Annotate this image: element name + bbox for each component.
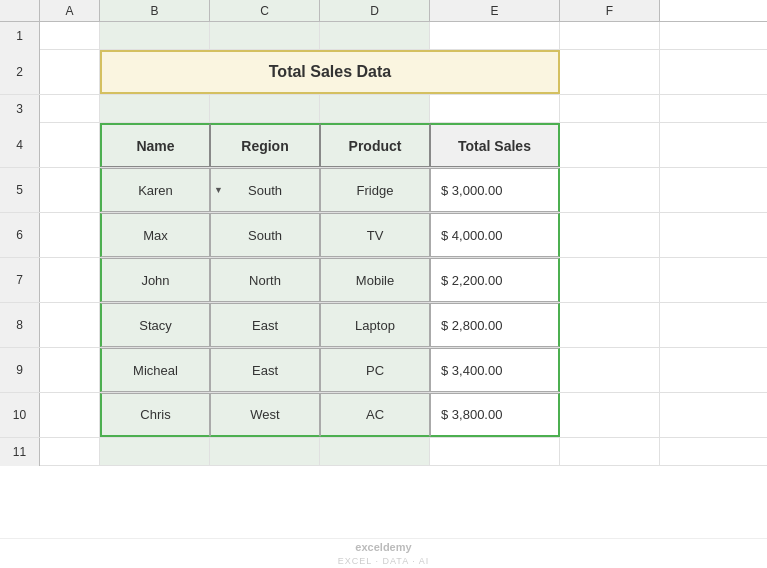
cell-f3[interactable] <box>560 95 660 122</box>
cell-a7[interactable] <box>40 258 100 302</box>
spreadsheet: A B C D E F 1 2 Total Sales Data 3 <box>0 0 767 568</box>
watermark-text: exceldemy EXCEL · DATA · AI <box>338 540 429 568</box>
col-header-e: E <box>430 0 560 21</box>
row-num-10: 10 <box>0 393 40 437</box>
row-num-9: 9 <box>0 348 40 392</box>
cell-f9[interactable] <box>560 348 660 392</box>
cell-name-9[interactable]: Micheal <box>100 348 210 392</box>
cell-name-8[interactable]: Stacy <box>100 303 210 347</box>
cell-region-5[interactable]: ▼ South <box>210 168 320 212</box>
cell-a4[interactable] <box>40 123 100 167</box>
cell-e3[interactable] <box>430 95 560 122</box>
cell-f8[interactable] <box>560 303 660 347</box>
cell-product-10[interactable]: AC <box>320 393 430 437</box>
row-6: 6 Max South TV $ 4,000.00 <box>0 213 767 258</box>
cell-a1[interactable] <box>40 22 100 49</box>
cell-b1[interactable] <box>100 22 210 49</box>
cell-region-9[interactable]: East <box>210 348 320 392</box>
cell-a9[interactable] <box>40 348 100 392</box>
row-num-3: 3 <box>0 95 40 123</box>
cell-product-8[interactable]: Laptop <box>320 303 430 347</box>
header-product[interactable]: Product <box>320 123 430 167</box>
cell-region-10[interactable]: West <box>210 393 320 437</box>
row-num-4: 4 <box>0 123 40 167</box>
cell-b3[interactable] <box>100 95 210 122</box>
row-9: 9 Micheal East PC $ 3,400.00 <box>0 348 767 393</box>
cell-product-9[interactable]: PC <box>320 348 430 392</box>
cell-sales-7[interactable]: $ 2,200.00 <box>430 258 560 302</box>
cell-name-10[interactable]: Chris <box>100 393 210 437</box>
cell-d1[interactable] <box>320 22 430 49</box>
cell-f11[interactable] <box>560 438 660 465</box>
cell-a2[interactable] <box>40 50 100 94</box>
cell-f7[interactable] <box>560 258 660 302</box>
cell-f2[interactable] <box>560 50 660 94</box>
cell-c3[interactable] <box>210 95 320 122</box>
cell-name-6[interactable]: Max <box>100 213 210 257</box>
dropdown-arrow-icon[interactable]: ▼ <box>214 185 223 195</box>
row-num-6: 6 <box>0 213 40 257</box>
grid: 1 2 Total Sales Data 3 4 <box>0 22 767 538</box>
cell-a3[interactable] <box>40 95 100 122</box>
row-num-7: 7 <box>0 258 40 302</box>
cell-d11[interactable] <box>320 438 430 465</box>
row-num-2: 2 <box>0 50 40 94</box>
watermark-tagline: EXCEL · DATA · AI <box>338 556 429 566</box>
cell-c1[interactable] <box>210 22 320 49</box>
row-5: 5 Karen ▼ South Fridge $ 3,000.00 <box>0 168 767 213</box>
column-headers: A B C D E F <box>0 0 767 22</box>
cell-sales-6[interactable]: $ 4,000.00 <box>430 213 560 257</box>
cell-a6[interactable] <box>40 213 100 257</box>
cell-sales-8[interactable]: $ 2,800.00 <box>430 303 560 347</box>
cell-d3[interactable] <box>320 95 430 122</box>
cell-sales-10[interactable]: $ 3,800.00 <box>430 393 560 437</box>
row-num-5: 5 <box>0 168 40 212</box>
cell-f5[interactable] <box>560 168 660 212</box>
cell-a5[interactable] <box>40 168 100 212</box>
cell-e1[interactable] <box>430 22 560 49</box>
cell-name-7[interactable]: John <box>100 258 210 302</box>
cell-a8[interactable] <box>40 303 100 347</box>
cell-f1[interactable] <box>560 22 660 49</box>
cell-f10[interactable] <box>560 393 660 437</box>
cell-product-6[interactable]: TV <box>320 213 430 257</box>
cell-sales-5[interactable]: $ 3,000.00 <box>430 168 560 212</box>
row-10: 10 Chris West AC $ 3,800.00 <box>0 393 767 438</box>
col-header-f: F <box>560 0 660 21</box>
row-num-11: 11 <box>0 438 40 466</box>
cell-region-8[interactable]: East <box>210 303 320 347</box>
cell-f4[interactable] <box>560 123 660 167</box>
header-name[interactable]: Name <box>100 123 210 167</box>
cell-region-7[interactable]: North <box>210 258 320 302</box>
cell-e11[interactable] <box>430 438 560 465</box>
row-1: 1 <box>0 22 767 50</box>
cell-b11[interactable] <box>100 438 210 465</box>
row-2: 2 Total Sales Data <box>0 50 767 95</box>
cell-c11[interactable] <box>210 438 320 465</box>
col-header-d: D <box>320 0 430 21</box>
col-header-a: A <box>40 0 100 21</box>
row-11: 11 <box>0 438 767 466</box>
row-8: 8 Stacy East Laptop $ 2,800.00 <box>0 303 767 348</box>
row-3: 3 <box>0 95 767 123</box>
cell-sales-9[interactable]: $ 3,400.00 <box>430 348 560 392</box>
watermark-brand: exceldemy <box>355 541 411 553</box>
cell-product-7[interactable]: Mobile <box>320 258 430 302</box>
title-cell[interactable]: Total Sales Data <box>100 50 560 94</box>
row-num-8: 8 <box>0 303 40 347</box>
header-region[interactable]: Region <box>210 123 320 167</box>
col-header-c: C <box>210 0 320 21</box>
header-total-sales[interactable]: Total Sales <box>430 123 560 167</box>
cell-f6[interactable] <box>560 213 660 257</box>
cell-region-6[interactable]: South <box>210 213 320 257</box>
row-num-1: 1 <box>0 22 40 50</box>
cell-name-5[interactable]: Karen <box>100 168 210 212</box>
cell-a11[interactable] <box>40 438 100 465</box>
cell-a10[interactable] <box>40 393 100 437</box>
corner-cell <box>0 0 40 21</box>
cell-product-5[interactable]: Fridge <box>320 168 430 212</box>
row-4: 4 Name Region Product Total Sales <box>0 123 767 168</box>
row-7: 7 John North Mobile $ 2,200.00 <box>0 258 767 303</box>
watermark: exceldemy EXCEL · DATA · AI <box>0 538 767 568</box>
col-header-b: B <box>100 0 210 21</box>
